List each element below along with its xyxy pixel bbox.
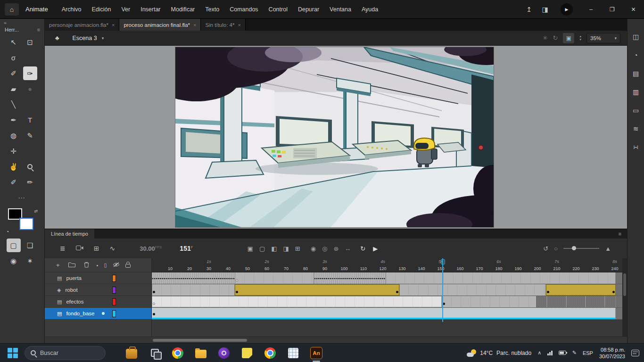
graph-editor-icon[interactable]: ∿ bbox=[109, 245, 115, 252]
layer-row-fondo_base[interactable]: ▤fondo_base bbox=[45, 308, 151, 320]
clip-content-button[interactable]: ▣ bbox=[563, 33, 574, 43]
tab-close-icon[interactable]: × bbox=[112, 22, 115, 28]
frames-area[interactable]: 1s2s3s4s5s6s7s8s102030405060708090100110… bbox=[152, 258, 627, 337]
grid-app-icon[interactable] bbox=[287, 347, 299, 359]
start-button[interactable] bbox=[8, 348, 18, 358]
remove-frames-button[interactable]: ⊞ bbox=[295, 245, 300, 252]
timeline-tab[interactable]: Línea de tiempo bbox=[45, 229, 94, 239]
layer-row-robot[interactable]: ◈robot bbox=[45, 284, 151, 296]
menu-archivo[interactable]: Archivo bbox=[57, 0, 87, 18]
layer-color-swatch[interactable] bbox=[112, 287, 116, 294]
robot-tween-segment[interactable] bbox=[546, 284, 616, 296]
current-frame-display[interactable]: 151F bbox=[180, 245, 193, 252]
robot-span-segment[interactable] bbox=[152, 284, 235, 296]
layer-color-swatch[interactable] bbox=[112, 275, 116, 282]
menu-depurar[interactable]: Depurar bbox=[293, 0, 324, 18]
scene-breadcrumb[interactable]: Escena 3 bbox=[73, 35, 97, 41]
file-explorer-icon[interactable] bbox=[195, 347, 207, 359]
animate-app-icon[interactable]: An bbox=[310, 347, 322, 359]
efectos-span-segment[interactable] bbox=[442, 296, 537, 307]
paint-bucket-tool[interactable]: ◍ bbox=[7, 129, 21, 142]
task-view-icon[interactable] bbox=[149, 347, 161, 359]
modify-markers-button[interactable]: ↔ bbox=[345, 245, 351, 252]
tray-chevron-icon[interactable]: ∧ bbox=[537, 350, 541, 356]
frames-puerta[interactable] bbox=[152, 272, 627, 284]
library-panel-icon[interactable]: ▥ bbox=[633, 88, 639, 96]
pencil-tool[interactable]: ✏ bbox=[23, 175, 37, 189]
doc-tab[interactable]: Sin título: 4*× bbox=[201, 19, 245, 31]
menu-control[interactable]: Control bbox=[264, 0, 293, 18]
menu-comandos[interactable]: Comandos bbox=[224, 0, 263, 18]
swap-colors-icon[interactable]: ⇄ bbox=[34, 209, 38, 214]
magic-wand-tool[interactable]: ✶ bbox=[23, 254, 37, 268]
home-icon[interactable]: ⌂ bbox=[5, 3, 19, 16]
language-indicator[interactable]: ESP bbox=[583, 350, 593, 356]
default-colors-icon[interactable]: ▪ bbox=[7, 229, 8, 234]
tools-panel-menu-icon[interactable]: ≡ bbox=[37, 27, 40, 33]
frames-robot[interactable] bbox=[152, 284, 627, 296]
new-layer-button[interactable]: + bbox=[56, 262, 60, 269]
pen-icon[interactable]: ✎ bbox=[572, 350, 577, 356]
more-tools[interactable]: ⋯ bbox=[7, 191, 37, 205]
lasso-tool[interactable]: σ bbox=[7, 51, 21, 65]
workspace-icon[interactable]: ◨ bbox=[537, 6, 553, 13]
maximize-button[interactable]: ❐ bbox=[602, 0, 623, 18]
eyedropper-tool[interactable]: ✎ bbox=[23, 129, 37, 142]
puerta-span-segment[interactable] bbox=[386, 272, 616, 284]
auto-keyframe-button[interactable]: ◨ bbox=[283, 245, 289, 252]
selection-tool[interactable]: ↖ bbox=[7, 35, 21, 49]
output-panel-icon[interactable]: ▭ bbox=[633, 107, 639, 114]
menu-ver[interactable]: Ver bbox=[116, 0, 135, 18]
object-drawing-tool[interactable]: ❏ bbox=[23, 239, 37, 252]
battery-icon[interactable] bbox=[559, 351, 566, 355]
menu-modificar[interactable]: Modificar bbox=[166, 0, 200, 18]
network-icon[interactable] bbox=[547, 351, 553, 355]
free-transform-tool[interactable]: ⊡ bbox=[23, 35, 37, 49]
timeline-horizontal-scrollbar[interactable] bbox=[45, 337, 627, 343]
lock-all-toggle[interactable] bbox=[125, 262, 131, 269]
loop-button[interactable]: ↻ bbox=[360, 245, 365, 252]
filters-panel-icon[interactable]: ∺ bbox=[633, 143, 639, 151]
zoom-tool[interactable] bbox=[23, 160, 37, 173]
fondo_base-span-segment[interactable] bbox=[152, 308, 616, 319]
onion-skin-button[interactable]: ◉ bbox=[311, 245, 316, 252]
chrome-icon-2[interactable] bbox=[264, 347, 276, 359]
collapse-panels-icon[interactable]: ◫ bbox=[633, 33, 639, 41]
efectos-empty-segment[interactable] bbox=[152, 296, 442, 307]
collapse-tools-icon[interactable]: « bbox=[0, 19, 44, 26]
layers-icon[interactable]: ≣ bbox=[60, 245, 66, 252]
edit-multiple-frames-button[interactable]: ⊛ bbox=[333, 245, 339, 252]
timeline-zoom-slider[interactable] bbox=[563, 248, 599, 249]
stage-canvas[interactable] bbox=[175, 47, 494, 227]
rotate-stage-icon[interactable]: ↻ bbox=[553, 34, 558, 41]
minimize-button[interactable]: – bbox=[580, 0, 602, 18]
layer-color-swatch[interactable] bbox=[112, 298, 116, 305]
timeline-ruler[interactable]: 1s2s3s4s5s6s7s8s102030405060708090100110… bbox=[152, 258, 627, 272]
robot-tween-segment[interactable] bbox=[235, 284, 399, 296]
properties-panel-icon[interactable]: ▤ bbox=[633, 70, 639, 77]
reset-timeline-zoom-button[interactable]: ↺ bbox=[543, 245, 548, 252]
puerta-span-segment[interactable] bbox=[235, 272, 314, 284]
scene-symbol-icon[interactable]: ♣ bbox=[55, 34, 59, 41]
outline-all-toggle[interactable]: ▯ bbox=[104, 262, 107, 268]
briefcase-app-icon[interactable] bbox=[125, 347, 138, 359]
doc-tab[interactable]: proceso animacion final.fla*× bbox=[119, 19, 201, 31]
playhead[interactable] bbox=[442, 258, 443, 322]
delete-layer-button[interactable] bbox=[84, 262, 89, 269]
tab-close-icon[interactable]: × bbox=[238, 22, 240, 28]
align-panel-icon[interactable]: ≋ bbox=[633, 125, 639, 132]
advanced-layers-icon[interactable]: ⊞ bbox=[94, 245, 99, 252]
zoom-select[interactable]: 35%▾ bbox=[586, 33, 620, 43]
hide-all-toggle[interactable] bbox=[113, 262, 120, 268]
ink-brush-tool[interactable]: ✐ bbox=[7, 175, 21, 189]
zoom-out-frames-button[interactable]: ○ bbox=[554, 245, 558, 252]
puerta-keys-segment[interactable] bbox=[314, 272, 386, 284]
round-brush-tool[interactable]: ◉ bbox=[7, 254, 21, 268]
robot-span-segment[interactable] bbox=[399, 284, 546, 296]
camera-icon[interactable] bbox=[76, 245, 83, 252]
gradient-panel-icon[interactable]: ◔ bbox=[634, 51, 637, 59]
fluid-brush-tool[interactable]: ✐ bbox=[7, 66, 21, 80]
new-folder-button[interactable] bbox=[68, 262, 75, 269]
pen-tool[interactable]: ✒ bbox=[7, 113, 21, 127]
timeline-panel-menu-icon[interactable]: ≡ bbox=[619, 231, 621, 237]
